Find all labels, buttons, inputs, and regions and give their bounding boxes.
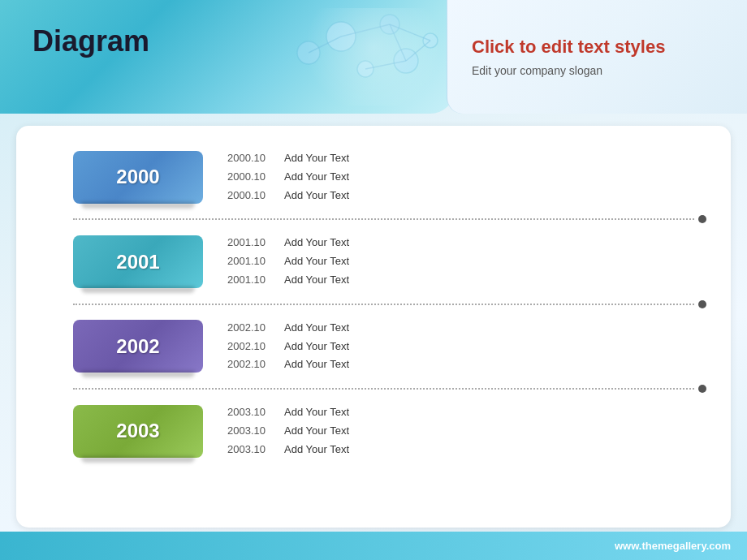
header-right-panel: Click to edit text styles Edit your comp… xyxy=(447,0,747,114)
entry-text[interactable]: Add Your Text xyxy=(284,320,349,337)
dotted-dot xyxy=(698,215,706,223)
entry-2002-1: 2002.10 Add Your Text xyxy=(227,320,349,337)
divider-3 xyxy=(73,381,706,396)
entry-2001-1: 2001.10 Add Your Text xyxy=(227,235,349,252)
entry-date: 2001.10 xyxy=(227,253,272,270)
entries-2001: 2001.10 Add Your Text 2001.10 Add Your T… xyxy=(227,235,349,288)
svg-point-5 xyxy=(423,33,438,48)
entries-2000: 2000.10 Add Your Text 2000.10 Add Your T… xyxy=(227,150,349,204)
svg-point-1 xyxy=(380,15,399,34)
molecule-decoration xyxy=(244,4,455,110)
svg-point-4 xyxy=(297,41,320,64)
entry-text[interactable]: Add Your Text xyxy=(284,404,349,421)
dotted-dot xyxy=(698,385,706,393)
year-badge-2002[interactable]: 2002 xyxy=(73,320,203,373)
entry-2000-2: 2000.10 Add Your Text xyxy=(227,169,349,186)
svg-line-6 xyxy=(341,24,390,37)
entry-text[interactable]: Add Your Text xyxy=(284,187,349,205)
footer-bar: www.themegallery.com xyxy=(0,532,747,560)
page-title: Diagram xyxy=(32,24,149,58)
entry-2003-1: 2003.10 Add Your Text xyxy=(227,404,349,421)
entry-date: 2000.10 xyxy=(227,169,272,186)
dotted-line-inner xyxy=(73,304,694,305)
svg-line-9 xyxy=(309,37,341,53)
entry-text[interactable]: Add Your Text xyxy=(284,253,349,270)
entry-text[interactable]: Add Your Text xyxy=(284,356,349,373)
company-slogan[interactable]: Edit your company slogan xyxy=(472,64,723,77)
entry-2000-3: 2000.10 Add Your Text xyxy=(227,187,349,205)
entry-text[interactable]: Add Your Text xyxy=(284,169,349,186)
svg-line-8 xyxy=(365,61,406,69)
entry-2000-1: 2000.10 Add Your Text xyxy=(227,150,349,167)
entry-text[interactable]: Add Your Text xyxy=(284,423,349,440)
header: Diagram Click to edit text styles Edit y… xyxy=(0,0,747,118)
entry-text[interactable]: Add Your Text xyxy=(284,272,349,289)
entry-2002-3: 2002.10 Add Your Text xyxy=(227,356,349,373)
divider-1 xyxy=(73,212,706,226)
entry-text[interactable]: Add Your Text xyxy=(284,442,349,459)
svg-line-10 xyxy=(406,41,430,61)
entry-2003-2: 2003.10 Add Your Text xyxy=(227,423,349,440)
timeline-row-2000: 2000 2000.10 Add Your Text 2000.10 Add Y… xyxy=(41,142,706,212)
svg-point-0 xyxy=(326,22,356,51)
svg-point-3 xyxy=(357,61,374,77)
entry-date: 2002.10 xyxy=(227,320,272,337)
entry-date: 2003.10 xyxy=(227,423,272,440)
entries-2002: 2002.10 Add Your Text 2002.10 Add Your T… xyxy=(227,320,349,373)
entry-text[interactable]: Add Your Text xyxy=(284,338,349,355)
entries-2003: 2003.10 Add Your Text 2003.10 Add Your T… xyxy=(227,404,349,458)
svg-line-11 xyxy=(390,24,430,41)
dotted-line-inner xyxy=(73,388,694,390)
dotted-dot xyxy=(698,300,706,308)
entry-text[interactable]: Add Your Text xyxy=(284,235,349,252)
entry-date: 2002.10 xyxy=(227,338,272,355)
entry-date: 2003.10 xyxy=(227,442,272,459)
svg-point-2 xyxy=(394,49,418,73)
click-to-edit-text[interactable]: Click to edit text styles xyxy=(472,37,723,58)
entry-2001-2: 2001.10 Add Your Text xyxy=(227,253,349,270)
entry-2003-3: 2003.10 Add Your Text xyxy=(227,442,349,459)
entry-date: 2001.10 xyxy=(227,235,272,252)
entry-2001-3: 2001.10 Add Your Text xyxy=(227,272,349,289)
entry-text[interactable]: Add Your Text xyxy=(284,150,349,167)
entry-date: 2002.10 xyxy=(227,356,272,373)
entry-date: 2003.10 xyxy=(227,404,272,421)
timeline-row-2003: 2003 2003.10 Add Your Text 2003.10 Add Y… xyxy=(41,396,706,466)
year-badge-2001[interactable]: 2001 xyxy=(73,235,203,288)
timeline-row-2001: 2001 2001.10 Add Your Text 2001.10 Add Y… xyxy=(41,226,706,296)
entry-date: 2000.10 xyxy=(227,187,272,205)
entry-date: 2001.10 xyxy=(227,272,272,289)
timeline-row-2002: 2002 2002.10 Add Your Text 2002.10 Add Y… xyxy=(41,312,706,381)
divider-2 xyxy=(73,297,706,312)
entry-2002-2: 2002.10 Add Your Text xyxy=(227,338,349,355)
svg-line-7 xyxy=(390,24,406,61)
year-badge-2003[interactable]: 2003 xyxy=(73,405,203,458)
entry-date: 2000.10 xyxy=(227,150,272,167)
dotted-line-inner xyxy=(73,218,694,220)
main-content: 2000 2000.10 Add Your Text 2000.10 Add Y… xyxy=(16,126,731,528)
year-badge-2000[interactable]: 2000 xyxy=(73,151,203,204)
website-url: www.themegallery.com xyxy=(615,540,731,552)
